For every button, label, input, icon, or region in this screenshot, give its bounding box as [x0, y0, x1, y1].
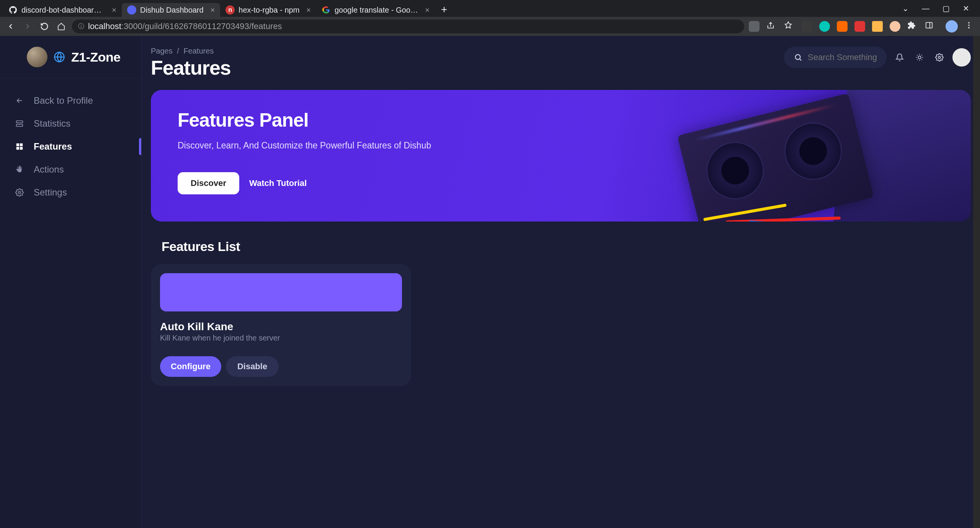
- chevron-down-icon[interactable]: ⌄: [902, 4, 909, 13]
- sun-icon[interactable]: [913, 51, 926, 64]
- url-bar: ⓘ localhost:3000/guild/61626786011270349…: [0, 17, 980, 36]
- tab-title: google translate - Google Sear: [335, 6, 418, 15]
- extension-icons: [749, 20, 975, 33]
- sidebar-item-label: Actions: [34, 164, 64, 175]
- features-cards: Auto Kill Kane Kill Kane when he joined …: [151, 264, 971, 386]
- watch-tutorial-button[interactable]: Watch Tutorial: [249, 178, 307, 188]
- sidebar-item-label: Statistics: [34, 118, 70, 129]
- grid-icon: [15, 142, 24, 152]
- npm-icon: n: [225, 5, 235, 15]
- search-box[interactable]: [784, 47, 887, 68]
- banner-subtitle: Discover, Learn, And Customize the Power…: [178, 140, 944, 151]
- tab-title: hex-to-rgba - npm: [238, 6, 299, 15]
- ext-icon[interactable]: [854, 21, 865, 32]
- svg-rect-9: [16, 147, 19, 150]
- tab-title: discord-bot-dashboard-backe: [21, 6, 105, 15]
- bookmark-star-icon[interactable]: [784, 21, 795, 32]
- ext-icon[interactable]: [890, 21, 900, 32]
- forward-button[interactable]: [21, 20, 34, 33]
- feature-card-description: Kill Kane when he joined the server: [160, 334, 402, 342]
- svg-point-12: [795, 55, 800, 60]
- svg-rect-5: [16, 121, 23, 123]
- svg-point-1: [968, 22, 970, 24]
- gear-icon[interactable]: [933, 51, 946, 64]
- header-actions: [784, 47, 971, 68]
- close-icon[interactable]: ×: [425, 6, 430, 15]
- page-header-row: Pages / Features Features: [151, 47, 971, 79]
- configure-button[interactable]: Configure: [160, 356, 221, 377]
- svg-point-13: [918, 56, 921, 59]
- main-content: Pages / Features Features Features Panel…: [142, 36, 980, 528]
- svg-rect-6: [16, 124, 23, 127]
- side-panel-icon[interactable]: [925, 21, 936, 32]
- page-title: Features: [151, 56, 231, 79]
- sidebar: Z1-Zone Back to Profile Statistics Featu…: [0, 36, 142, 528]
- gear-icon: [15, 187, 24, 197]
- banner-title: Features Panel: [178, 109, 944, 131]
- back-button[interactable]: [5, 20, 17, 33]
- arrow-left-icon: [15, 96, 24, 106]
- feature-card: Auto Kill Kane Kill Kane when he joined …: [151, 264, 411, 386]
- features-list-heading: Features List: [162, 239, 971, 254]
- close-icon[interactable]: ×: [112, 6, 116, 15]
- ext-icon[interactable]: [819, 21, 830, 32]
- browser-tab[interactable]: discord-bot-dashboard-backe ×: [3, 3, 122, 17]
- maximize-icon[interactable]: ▢: [942, 4, 950, 13]
- url-input[interactable]: ⓘ localhost:3000/guild/61626786011270349…: [72, 20, 744, 33]
- close-window-icon[interactable]: ✕: [963, 4, 969, 13]
- reload-button[interactable]: [38, 20, 51, 33]
- sidebar-item-label: Features: [34, 141, 72, 152]
- sidebar-item-back-to-profile[interactable]: Back to Profile: [0, 89, 141, 112]
- ext-icon[interactable]: [837, 21, 848, 32]
- guild-name: Z1-Zone: [71, 50, 121, 65]
- sidebar-item-features[interactable]: Features: [0, 135, 141, 158]
- url-text: localhost:3000/guild/616267860112703493/…: [88, 21, 282, 31]
- feature-card-title: Auto Kill Kane: [160, 321, 402, 333]
- sidebar-item-settings[interactable]: Settings: [0, 181, 141, 204]
- svg-point-11: [18, 191, 21, 194]
- search-input[interactable]: [808, 52, 877, 62]
- guild-avatar[interactable]: [27, 47, 47, 67]
- sidebar-item-actions[interactable]: Actions: [0, 158, 141, 181]
- svg-rect-7: [16, 143, 19, 146]
- extensions-puzzle-icon[interactable]: [907, 21, 918, 32]
- sidebar-item-label: Settings: [34, 187, 67, 198]
- window-controls: ⌄ — ▢ ✕: [902, 4, 977, 13]
- ext-icon[interactable]: [872, 21, 883, 32]
- sidebar-nav: Back to Profile Statistics Features Acti…: [0, 78, 141, 215]
- svg-rect-10: [20, 147, 23, 150]
- info-icon: ⓘ: [78, 23, 84, 31]
- home-button[interactable]: [55, 20, 67, 33]
- browser-tab[interactable]: n hex-to-rgba - npm ×: [220, 3, 316, 17]
- sidebar-header: Z1-Zone: [0, 36, 141, 78]
- close-icon[interactable]: ×: [306, 6, 311, 15]
- breadcrumb-root[interactable]: Pages: [151, 47, 173, 55]
- close-icon[interactable]: ×: [211, 6, 215, 15]
- hand-icon: [15, 165, 24, 174]
- breadcrumb-current: Features: [183, 47, 214, 55]
- minimize-icon[interactable]: —: [922, 4, 929, 13]
- sidebar-item-statistics[interactable]: Statistics: [0, 112, 141, 135]
- app-root: Z1-Zone Back to Profile Statistics Featu…: [0, 36, 980, 528]
- svg-point-2: [968, 24, 970, 26]
- features-banner: Features Panel Discover, Learn, And Cust…: [151, 90, 971, 222]
- discover-button[interactable]: Discover: [178, 172, 239, 194]
- bell-icon[interactable]: [893, 51, 906, 64]
- layers-icon: [15, 119, 24, 129]
- browser-tab[interactable]: google translate - Google Sear ×: [316, 3, 435, 17]
- browser-menu-icon[interactable]: [965, 21, 975, 32]
- share-icon[interactable]: [766, 21, 777, 32]
- svg-rect-8: [20, 143, 23, 146]
- ext-icon[interactable]: [802, 21, 812, 32]
- translate-icon[interactable]: [749, 21, 760, 32]
- browser-profile-avatar[interactable]: [946, 20, 958, 33]
- user-avatar[interactable]: [952, 48, 971, 67]
- search-icon: [794, 53, 802, 62]
- browser-tab[interactable]: Dishub Dashboard ×: [122, 3, 220, 17]
- scrollbar[interactable]: [973, 36, 980, 528]
- svg-point-3: [968, 27, 970, 29]
- github-icon: [8, 5, 18, 15]
- disable-button[interactable]: Disable: [226, 356, 279, 377]
- new-tab-button[interactable]: +: [441, 3, 447, 16]
- sidebar-item-label: Back to Profile: [34, 95, 93, 106]
